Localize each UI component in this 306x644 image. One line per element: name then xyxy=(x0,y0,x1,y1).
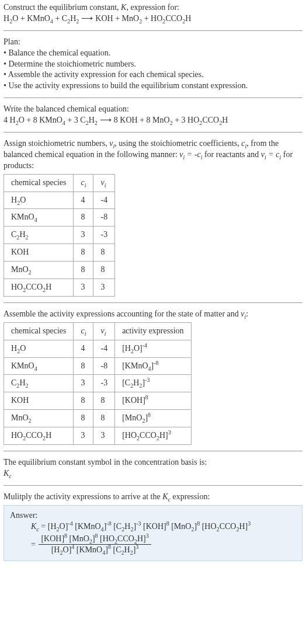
c-cell: 4 xyxy=(74,340,93,357)
activity-cell: [C2H2]-3 xyxy=(115,375,191,392)
table-row: HO2CCO2H33[HO2CCO2H]3 xyxy=(4,427,192,445)
activity-cell: [HO2CCO2H]3 xyxy=(115,427,191,445)
text: Mulitply the activity expressions to arr… xyxy=(4,492,162,501)
plan-item: • Use the activity expressions to build … xyxy=(4,81,302,92)
plan-item-text: Balance the chemical equation. xyxy=(8,48,110,57)
answer-box: Answer: Kc = [H2O]-4 [KMnO4]-8 [C2H2]-3 … xyxy=(4,505,302,562)
c-cell: 8 xyxy=(74,392,93,410)
text: : xyxy=(246,309,248,318)
c-cell: 8 xyxy=(74,262,93,279)
col-ci: ci xyxy=(74,174,93,192)
table-row: KMnO48-8[KMnO4]-8 xyxy=(4,357,192,375)
species-cell: MnO2 xyxy=(4,410,74,427)
c-cell: 3 xyxy=(74,227,93,244)
text: Assign stoichiometric numbers, xyxy=(4,139,109,148)
title-suffix: , expression for: xyxy=(126,3,179,12)
v-cell: -8 xyxy=(93,209,115,227)
divider xyxy=(4,30,302,31)
activity-cell: [KMnO4]-8 xyxy=(115,357,191,375)
v-cell: 8 xyxy=(93,244,115,262)
c-cell: 3 xyxy=(74,279,93,297)
numerator: [KOH]8 [MnO2]8 [HO2CCO2H]3 xyxy=(39,534,151,545)
Kc-expression-line2: = [KOH]8 [MnO2]8 [HO2CCO2H]3 [H2O]4 [KMn… xyxy=(10,534,296,556)
col-species: chemical species xyxy=(4,174,74,192)
activity-cell: [MnO2]8 xyxy=(115,410,191,427)
stoich-table: chemical species ci νi H2O4-4 KMnO48-8 C… xyxy=(4,174,115,297)
text: , using the stoichiometric coefficients, xyxy=(114,139,241,148)
c-cell: 3 xyxy=(74,375,93,392)
activity-table: chemical species ci νi activity expressi… xyxy=(4,322,192,445)
plan-heading: Plan: xyxy=(4,37,302,48)
table-row: H2O4-4 xyxy=(4,192,115,209)
v-cell: 3 xyxy=(93,279,115,297)
species-cell: MnO2 xyxy=(4,262,74,279)
divider xyxy=(4,485,302,486)
table-row: KOH88 xyxy=(4,244,115,262)
c-cell: 8 xyxy=(74,357,93,375)
table-row: C2H23-3[C2H2]-3 xyxy=(4,375,192,392)
divider xyxy=(4,98,302,98)
c-cell: 8 xyxy=(74,209,93,227)
stoich-intro: Assign stoichiometric numbers, νi, using… xyxy=(4,138,302,172)
species-cell: C2H2 xyxy=(4,375,74,392)
species-cell: H2O xyxy=(4,340,74,357)
plan-item-text: Assemble the activity expression for eac… xyxy=(8,70,204,79)
v-cell: 8 xyxy=(93,262,115,279)
conc-basis-text: The equilibrium constant symbol in the c… xyxy=(4,457,302,468)
v-cell: -3 xyxy=(93,375,115,392)
activity-intro: Assemble the activity expressions accoun… xyxy=(4,309,302,320)
v-cell: 8 xyxy=(93,410,115,427)
text: Assemble the activity expressions accoun… xyxy=(4,309,241,318)
col-activity: activity expression xyxy=(115,322,191,340)
table-row: KMnO48-8 xyxy=(4,209,115,227)
Kc-symbol: Kc xyxy=(4,468,302,479)
answer-label: Answer: xyxy=(10,510,296,521)
balanced-heading: Write the balanced chemical equation: xyxy=(4,104,302,115)
v-cell: -4 xyxy=(93,340,115,357)
table-row: C2H23-3 xyxy=(4,227,115,244)
c-cell: 8 xyxy=(74,244,93,262)
plan-item: • Assemble the activity expression for e… xyxy=(4,69,302,81)
balanced-equation: 4 H2O + 8 KMnO4 + 3 C2H2⟶8 KOH + 8 MnO2 … xyxy=(4,115,302,126)
col-vi: νi xyxy=(93,174,115,192)
table-header-row: chemical species ci νi activity expressi… xyxy=(4,322,192,340)
species-cell: KMnO4 xyxy=(4,209,74,227)
v-cell: 3 xyxy=(93,427,115,445)
table-row: H2O4-4[H2O]-4 xyxy=(4,340,192,357)
col-species: chemical species xyxy=(4,322,74,340)
c-cell: 4 xyxy=(74,192,93,209)
title-prefix: Construct the equilibrium constant, xyxy=(4,3,121,12)
species-cell: H2O xyxy=(4,192,74,209)
plan-item: • Determine the stoichiometric numbers. xyxy=(4,59,302,70)
fraction: [KOH]8 [MnO2]8 [HO2CCO2H]3 [H2O]4 [KMnO4… xyxy=(39,534,151,556)
col-vi: νi xyxy=(93,322,115,340)
plan-item-text: Determine the stoichiometric numbers. xyxy=(8,60,136,68)
unbalanced-reaction: H2O + KMnO4 + C2H2⟶KOH + MnO2 + HO2CCO2H xyxy=(4,13,302,25)
denominator: [H2O]4 [KMnO4]8 [C2H2]3 xyxy=(39,544,151,556)
divider xyxy=(4,451,302,451)
v-cell: -4 xyxy=(93,192,115,209)
text: expression: xyxy=(171,492,210,501)
species-cell: C2H2 xyxy=(4,227,74,244)
table-header-row: chemical species ci νi xyxy=(4,174,115,192)
divider xyxy=(4,132,302,133)
activity-cell: [KOH]8 xyxy=(115,392,191,410)
v-cell: -3 xyxy=(93,227,115,244)
c-cell: 3 xyxy=(74,427,93,445)
species-cell: HO2CCO2H xyxy=(4,427,74,445)
species-cell: KOH xyxy=(4,392,74,410)
table-row: MnO288[MnO2]8 xyxy=(4,410,192,427)
multiply-text: Mulitply the activity expressions to arr… xyxy=(4,492,302,503)
c-cell: 8 xyxy=(74,410,93,427)
table-row: HO2CCO2H33 xyxy=(4,279,115,297)
species-cell: KOH xyxy=(4,244,74,262)
K-symbol: K xyxy=(121,3,126,12)
table-row: MnO288 xyxy=(4,262,115,279)
species-cell: HO2CCO2H xyxy=(4,279,74,297)
text: for reactants and xyxy=(202,150,260,159)
species-cell: KMnO4 xyxy=(4,357,74,375)
v-cell: 8 xyxy=(93,392,115,410)
plan-item-text: Use the activity expressions to build th… xyxy=(8,81,248,90)
problem-statement: Construct the equilibrium constant, K, e… xyxy=(4,2,302,13)
table-row: KOH88[KOH]8 xyxy=(4,392,192,410)
